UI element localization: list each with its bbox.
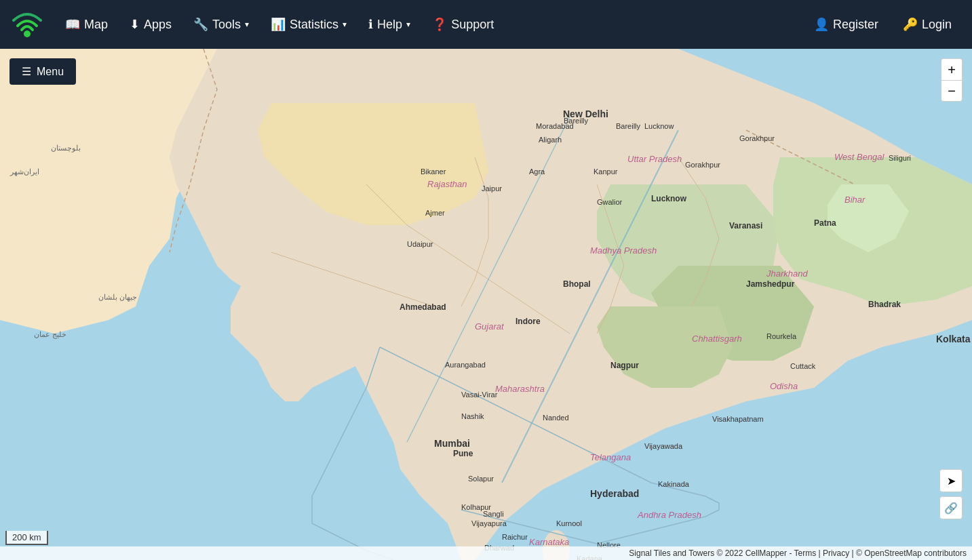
locate-icon: ➤	[947, 475, 956, 487]
nav-tools[interactable]: 🔧 Tools ▾	[184, 12, 258, 37]
help-icon: ℹ	[368, 17, 373, 32]
menu-button[interactable]: ☰ Menu	[9, 58, 76, 85]
share-link-button[interactable]: 🔗	[939, 496, 963, 519]
side-buttons: ➤ 🔗	[939, 469, 963, 519]
nav-map[interactable]: 📖 Map	[56, 12, 117, 37]
nav-register[interactable]: 👤 Register	[804, 12, 888, 37]
map-container[interactable]: New Delhi Mumbai Hyderabad Kolkata Pune …	[0, 49, 972, 560]
nav-support[interactable]: ❓ Support	[423, 12, 503, 37]
map-icon: 📖	[65, 17, 80, 32]
navbar: 📖 Map ⬇ Apps 🔧 Tools ▾ 📊 Statistics ▾ ℹ …	[0, 0, 972, 49]
logo-icon	[11, 7, 43, 39]
nav-apps[interactable]: ⬇ Apps	[120, 12, 181, 37]
locate-me-button[interactable]: ➤	[939, 469, 963, 492]
svg-point-0	[24, 31, 31, 37]
nav-login[interactable]: 🔑 Login	[893, 12, 961, 37]
map-attribution: Signal Tiles and Towers © 2022 CellMappe…	[0, 546, 972, 560]
link-icon: 🔗	[944, 502, 958, 515]
zoom-in-button[interactable]: +	[941, 58, 963, 80]
nav-items: 📖 Map ⬇ Apps 🔧 Tools ▾ 📊 Statistics ▾ ℹ …	[56, 12, 804, 37]
tools-dropdown-icon: ▾	[245, 20, 249, 29]
zoom-controls: + −	[941, 58, 963, 102]
logo	[11, 7, 49, 42]
nav-right: 👤 Register 🔑 Login	[804, 12, 961, 37]
map-svg	[0, 49, 972, 560]
register-icon: 👤	[814, 17, 829, 32]
support-icon: ❓	[432, 17, 447, 32]
statistics-dropdown-icon: ▾	[343, 20, 347, 29]
scale-indicator: 200 km	[5, 531, 48, 545]
zoom-out-button[interactable]: −	[941, 80, 963, 102]
tools-icon: 🔧	[193, 17, 208, 32]
apps-icon: ⬇	[130, 17, 140, 32]
menu-icon: ☰	[22, 65, 31, 78]
login-icon: 🔑	[903, 17, 918, 32]
nav-help[interactable]: ℹ Help ▾	[359, 12, 420, 37]
nav-statistics[interactable]: 📊 Statistics ▾	[261, 12, 356, 37]
help-dropdown-icon: ▾	[406, 20, 410, 29]
statistics-icon: 📊	[271, 17, 286, 32]
